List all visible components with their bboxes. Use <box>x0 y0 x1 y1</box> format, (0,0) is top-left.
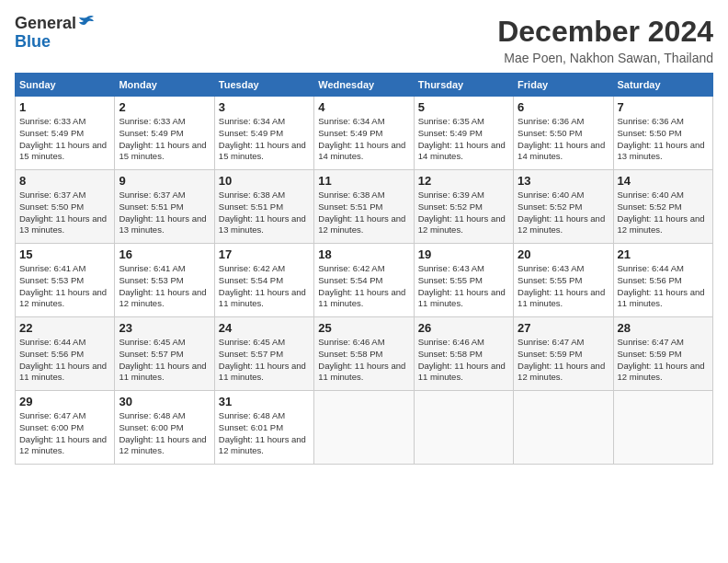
calendar-cell: 10Sunrise: 6:38 AM Sunset: 5:51 PM Dayli… <box>214 170 313 244</box>
calendar-cell: 9Sunrise: 6:37 AM Sunset: 5:51 PM Daylig… <box>115 170 214 244</box>
calendar-cell <box>613 391 712 465</box>
title-section: December 2024 Mae Poen, Nakhon Sawan, Th… <box>497 15 713 65</box>
calendar-cell: 28Sunrise: 6:47 AM Sunset: 5:59 PM Dayli… <box>613 317 712 391</box>
day-info: Sunrise: 6:42 AM Sunset: 5:54 PM Dayligh… <box>318 263 409 310</box>
logo-bird-icon <box>77 14 96 32</box>
calendar-cell: 24Sunrise: 6:45 AM Sunset: 5:57 PM Dayli… <box>214 317 313 391</box>
day-number: 24 <box>219 321 310 335</box>
day-info: Sunrise: 6:40 AM Sunset: 5:52 PM Dayligh… <box>518 190 609 236</box>
day-info: Sunrise: 6:33 AM Sunset: 5:49 PM Dayligh… <box>119 116 210 163</box>
calendar-cell: 21Sunrise: 6:44 AM Sunset: 5:56 PM Dayli… <box>613 244 712 317</box>
day-number: 29 <box>19 395 110 408</box>
location-text: Mae Poen, Nakhon Sawan, Thailand <box>497 51 713 65</box>
calendar-cell: 20Sunrise: 6:43 AM Sunset: 5:55 PM Dayli… <box>514 244 613 317</box>
calendar-cell: 26Sunrise: 6:46 AM Sunset: 5:58 PM Dayli… <box>414 317 513 391</box>
day-number: 18 <box>318 247 409 261</box>
day-info: Sunrise: 6:38 AM Sunset: 5:51 PM Dayligh… <box>318 190 409 236</box>
calendar-cell: 15Sunrise: 6:41 AM Sunset: 5:53 PM Dayli… <box>16 244 115 317</box>
day-number: 26 <box>418 321 509 335</box>
calendar-cell: 19Sunrise: 6:43 AM Sunset: 5:55 PM Dayli… <box>414 244 513 317</box>
calendar-cell: 12Sunrise: 6:39 AM Sunset: 5:52 PM Dayli… <box>414 170 513 244</box>
calendar-cell: 5Sunrise: 6:35 AM Sunset: 5:49 PM Daylig… <box>414 97 513 170</box>
day-number: 30 <box>119 395 210 408</box>
day-number: 13 <box>518 174 609 188</box>
day-number: 31 <box>219 395 310 408</box>
day-number: 15 <box>19 247 110 261</box>
day-number: 27 <box>518 321 609 335</box>
calendar-cell: 22Sunrise: 6:44 AM Sunset: 5:56 PM Dayli… <box>16 317 115 391</box>
day-info: Sunrise: 6:44 AM Sunset: 5:56 PM Dayligh… <box>19 337 110 384</box>
day-number: 1 <box>19 100 110 114</box>
calendar-cell: 8Sunrise: 6:37 AM Sunset: 5:50 PM Daylig… <box>16 170 115 244</box>
day-number: 12 <box>418 174 509 188</box>
month-title: December 2024 <box>497 15 713 49</box>
day-number: 6 <box>518 100 609 114</box>
day-info: Sunrise: 6:41 AM Sunset: 5:53 PM Dayligh… <box>119 263 210 310</box>
calendar-cell: 16Sunrise: 6:41 AM Sunset: 5:53 PM Dayli… <box>115 244 214 317</box>
day-info: Sunrise: 6:34 AM Sunset: 5:49 PM Dayligh… <box>219 116 310 163</box>
calendar-cell: 6Sunrise: 6:36 AM Sunset: 5:50 PM Daylig… <box>514 97 613 170</box>
calendar-cell <box>314 391 414 465</box>
calendar-cell: 14Sunrise: 6:40 AM Sunset: 5:52 PM Dayli… <box>613 170 712 244</box>
calendar-cell: 4Sunrise: 6:34 AM Sunset: 5:49 PM Daylig… <box>314 97 414 170</box>
day-number: 16 <box>119 247 210 261</box>
day-number: 7 <box>618 100 709 114</box>
day-info: Sunrise: 6:47 AM Sunset: 5:59 PM Dayligh… <box>518 337 609 384</box>
weekday-header-tuesday: Tuesday <box>214 74 313 97</box>
calendar-cell: 3Sunrise: 6:34 AM Sunset: 5:49 PM Daylig… <box>214 97 313 170</box>
weekday-header-saturday: Saturday <box>613 74 712 97</box>
day-info: Sunrise: 6:36 AM Sunset: 5:50 PM Dayligh… <box>518 116 609 163</box>
day-number: 9 <box>119 174 210 188</box>
calendar-cell: 23Sunrise: 6:45 AM Sunset: 5:57 PM Dayli… <box>115 317 214 391</box>
day-info: Sunrise: 6:35 AM Sunset: 5:49 PM Dayligh… <box>418 116 509 163</box>
day-info: Sunrise: 6:47 AM Sunset: 5:59 PM Dayligh… <box>618 337 709 384</box>
logo-general-text: General <box>15 15 76 33</box>
logo-blue-text: Blue <box>15 33 51 52</box>
day-info: Sunrise: 6:42 AM Sunset: 5:54 PM Dayligh… <box>219 263 310 310</box>
day-number: 10 <box>219 174 310 188</box>
day-number: 23 <box>119 321 210 335</box>
calendar-table: SundayMondayTuesdayWednesdayThursdayFrid… <box>15 73 713 465</box>
day-info: Sunrise: 6:37 AM Sunset: 5:51 PM Dayligh… <box>119 190 210 236</box>
page-header: General Blue December 2024 Mae Poen, Nak… <box>15 15 713 65</box>
calendar-cell: 29Sunrise: 6:47 AM Sunset: 6:00 PM Dayli… <box>16 391 115 465</box>
day-number: 11 <box>318 174 409 188</box>
day-number: 3 <box>219 100 310 114</box>
day-info: Sunrise: 6:45 AM Sunset: 5:57 PM Dayligh… <box>119 337 210 384</box>
day-number: 21 <box>618 247 709 261</box>
day-info: Sunrise: 6:43 AM Sunset: 5:55 PM Dayligh… <box>518 263 609 310</box>
day-number: 20 <box>518 247 609 261</box>
day-info: Sunrise: 6:43 AM Sunset: 5:55 PM Dayligh… <box>418 263 509 310</box>
calendar-cell: 17Sunrise: 6:42 AM Sunset: 5:54 PM Dayli… <box>214 244 313 317</box>
day-info: Sunrise: 6:36 AM Sunset: 5:50 PM Dayligh… <box>618 116 709 163</box>
calendar-cell: 31Sunrise: 6:48 AM Sunset: 6:01 PM Dayli… <box>214 391 313 465</box>
day-info: Sunrise: 6:34 AM Sunset: 5:49 PM Dayligh… <box>318 116 409 163</box>
day-info: Sunrise: 6:48 AM Sunset: 6:00 PM Dayligh… <box>119 410 210 457</box>
day-info: Sunrise: 6:38 AM Sunset: 5:51 PM Dayligh… <box>219 190 310 236</box>
calendar-cell: 30Sunrise: 6:48 AM Sunset: 6:00 PM Dayli… <box>115 391 214 465</box>
day-number: 25 <box>318 321 409 335</box>
logo: General Blue <box>15 15 96 52</box>
day-number: 14 <box>618 174 709 188</box>
day-info: Sunrise: 6:33 AM Sunset: 5:49 PM Dayligh… <box>19 116 110 163</box>
day-number: 22 <box>19 321 110 335</box>
weekday-header-thursday: Thursday <box>414 74 513 97</box>
day-info: Sunrise: 6:44 AM Sunset: 5:56 PM Dayligh… <box>618 263 709 310</box>
calendar-cell <box>514 391 613 465</box>
day-number: 19 <box>418 247 509 261</box>
day-number: 28 <box>618 321 709 335</box>
calendar-cell: 13Sunrise: 6:40 AM Sunset: 5:52 PM Dayli… <box>514 170 613 244</box>
calendar-cell: 11Sunrise: 6:38 AM Sunset: 5:51 PM Dayli… <box>314 170 414 244</box>
day-number: 8 <box>19 174 110 188</box>
calendar-cell: 1Sunrise: 6:33 AM Sunset: 5:49 PM Daylig… <box>16 97 115 170</box>
calendar-cell: 18Sunrise: 6:42 AM Sunset: 5:54 PM Dayli… <box>314 244 414 317</box>
calendar-cell: 7Sunrise: 6:36 AM Sunset: 5:50 PM Daylig… <box>613 97 712 170</box>
day-info: Sunrise: 6:47 AM Sunset: 6:00 PM Dayligh… <box>19 410 110 457</box>
weekday-header-wednesday: Wednesday <box>314 74 414 97</box>
day-number: 5 <box>418 100 509 114</box>
day-info: Sunrise: 6:39 AM Sunset: 5:52 PM Dayligh… <box>418 190 509 236</box>
day-number: 17 <box>219 247 310 261</box>
weekday-header-friday: Friday <box>514 74 613 97</box>
day-info: Sunrise: 6:46 AM Sunset: 5:58 PM Dayligh… <box>318 337 409 384</box>
calendar-cell <box>414 391 513 465</box>
